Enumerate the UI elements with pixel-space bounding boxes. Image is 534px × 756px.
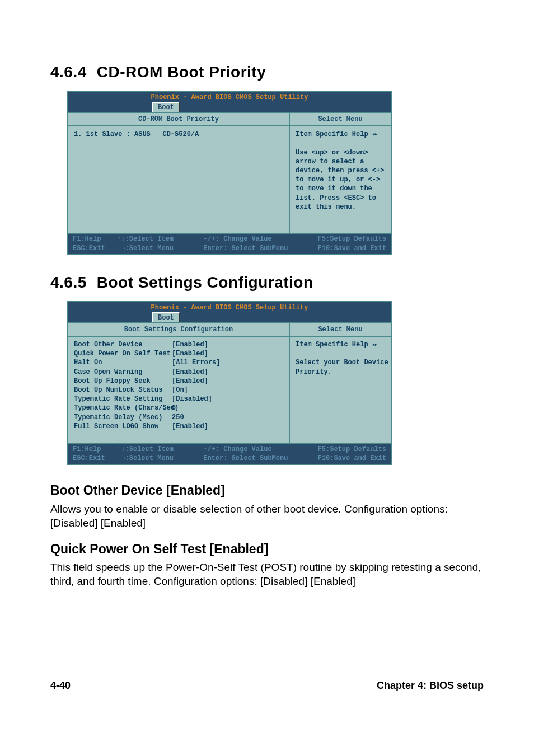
bios-tab-boot: Boot	[152, 312, 180, 322]
option-heading-quick-post: Quick Power On Self Test [Enabled]	[50, 541, 484, 558]
bios-tab-row: Boot	[68, 312, 391, 322]
bios-screenshot-boot-settings: Phoenix - Award BIOS CMOS Setup Utility …	[67, 301, 392, 466]
bios-setting-value: [On]	[172, 386, 188, 395]
bios-setting-row: Full Screen LOGO Show[Enabled]	[74, 422, 283, 431]
bios-screenshot-cdrom-priority: Phoenix - Award BIOS CMOS Setup Utility …	[67, 91, 392, 255]
bios-left-header: CD-ROM Boot Priority	[68, 113, 289, 126]
bios-help-text: Use <up> or <down> arrow to select a dev…	[296, 149, 384, 211]
bios-setting-value: [Disabled]	[172, 395, 212, 403]
bios-setting-value: [All Errors]	[172, 358, 220, 367]
bios-setting-key: Halt On	[74, 358, 172, 367]
chapter-label: Chapter 4: BIOS setup	[377, 679, 484, 692]
bios-setting-row: Typematic Rate (Chars/Sec)6	[74, 403, 283, 412]
bios-help-panel: Item Specific Help Use <up> or <down> ar…	[290, 126, 391, 233]
bios-setting-key: Typematic Rate Setting	[74, 395, 172, 403]
footer-right: F5:Setup Defaults F10:Save and Exit	[318, 234, 386, 252]
section-title: Boot Settings Configuration	[97, 274, 313, 291]
bios-setting-value: [Enabled]	[172, 368, 208, 377]
bios-setting-row: Quick Power On Self Test[Enabled]	[74, 349, 283, 358]
bios-help-panel: Item Specific Help Select your Boot Devi…	[290, 337, 391, 443]
bios-setting-row: Boot Up NumLock Status[On]	[74, 386, 283, 395]
bios-setting-row: Halt On[All Errors]	[74, 358, 283, 367]
bios-title: Phoenix - Award BIOS CMOS Setup Utility	[68, 92, 391, 102]
bios-footer-keys: F1:Help ↑↓:Select Item ESC:Exit ←→:Selec…	[68, 443, 391, 464]
bios-setting-value: [Enabled]	[172, 340, 208, 349]
bios-setting-key: Typematic Delay (Msec)	[74, 413, 172, 422]
bios-title: Phoenix - Award BIOS CMOS Setup Utility	[68, 302, 391, 312]
bios-setting-row: Boot Other Device[Enabled]	[74, 340, 283, 349]
bios-setting-row: Boot Up Floppy Seek[Enabled]	[74, 377, 283, 386]
page-footer: 4-40 Chapter 4: BIOS setup	[50, 678, 484, 692]
bios-right-header: Select Menu	[290, 113, 391, 126]
bios-setting-value: [Enabled]	[172, 422, 208, 431]
bios-setting-key: Boot Up Floppy Seek	[74, 377, 172, 386]
footer-mid: -/+: Change Value Enter: Select SubMenu	[203, 445, 288, 463]
section-heading-464: 4.6.4CD-ROM Boot Priority	[50, 62, 484, 83]
bios-setting-key: Full Screen LOGO Show	[74, 422, 172, 431]
bios-help-heading: Item Specific Help	[296, 130, 368, 138]
bios-tab-row: Boot	[68, 102, 391, 112]
bios-setting-row: Typematic Rate Setting[Disabled]	[74, 395, 283, 403]
bios-right-header: Select Menu	[290, 323, 391, 337]
bios-setting-value: [Enabled]	[172, 349, 208, 358]
bios-setting-value: 6	[172, 403, 176, 412]
bios-setting-key: Quick Power On Self Test	[74, 349, 172, 358]
bios-settings-list: Boot Other Device[Enabled]Quick Power On…	[68, 337, 289, 443]
section-number: 4.6.5	[50, 274, 87, 291]
option-body-boot-other-device: Allows you to enable or disable selectio…	[50, 502, 484, 530]
footer-left: F1:Help ↑↓:Select Item ESC:Exit ←→:Selec…	[73, 445, 174, 463]
bios-setting-row: Typematic Delay (Msec)250	[74, 413, 283, 422]
section-title: CD-ROM Boot Priority	[97, 63, 266, 81]
bios-setting-value: 250	[172, 413, 184, 422]
option-heading-boot-other-device: Boot Other Device [Enabled]	[50, 482, 484, 499]
bios-footer-keys: F1:Help ↑↓:Select Item ESC:Exit ←→:Selec…	[68, 233, 391, 253]
bios-setting-key: Boot Up NumLock Status	[74, 386, 172, 395]
bios-setting-key: Case Open Warning	[74, 368, 172, 377]
forward-icon	[372, 341, 376, 349]
bios-help-heading: Item Specific Help	[296, 341, 368, 349]
bios-setting-value: [Enabled]	[172, 377, 208, 386]
section-number: 4.6.4	[50, 63, 87, 81]
bios-setting-row: Case Open Warning[Enabled]	[74, 368, 283, 377]
footer-right: F5:Setup Defaults F10:Save and Exit	[318, 445, 386, 463]
footer-mid: -/+: Change Value Enter: Select SubMenu	[203, 234, 288, 252]
bios-help-text: Select your Boot Device Priority.	[296, 359, 388, 375]
option-body-quick-post: This field speeds up the Power-On-Self T…	[50, 560, 484, 589]
page-number: 4-40	[50, 679, 71, 692]
section-heading-465: 4.6.5Boot Settings Configuration	[50, 272, 484, 293]
forward-icon	[372, 130, 376, 138]
bios-setting-key: Typematic Rate (Chars/Sec)	[74, 403, 172, 412]
bios-item-list: 1. 1st Slave : ASUS CD-S520/A	[68, 126, 289, 233]
footer-left: F1:Help ↑↓:Select Item ESC:Exit ←→:Selec…	[73, 234, 174, 252]
bios-setting-key: Boot Other Device	[74, 340, 172, 349]
bios-left-header: Boot Settings Configuration	[68, 323, 289, 337]
bios-tab-boot: Boot	[152, 102, 180, 112]
